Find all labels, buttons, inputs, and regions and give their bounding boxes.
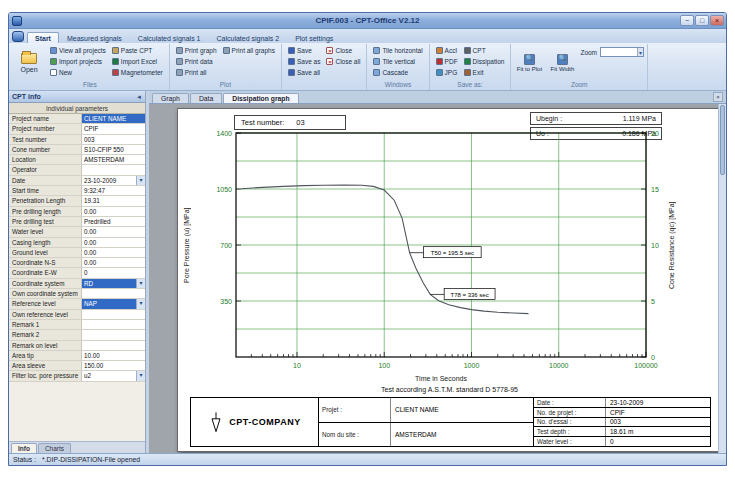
parameter-value[interactable]: 150.00 <box>81 361 145 370</box>
parameter-value[interactable]: 0.00 <box>81 248 145 257</box>
ribbon-button[interactable]: Print all graphs <box>220 45 278 56</box>
parameter-value[interactable]: u2 <box>81 371 145 380</box>
dissipation-plot: 1010010001000010000035070010501400051015… <box>196 125 702 377</box>
ubegin-value: 1.119 MPa <box>623 115 656 122</box>
vertical-scrollbar[interactable] <box>718 104 726 453</box>
document-tab[interactable]: Graph <box>152 93 189 103</box>
footer-row: Nom du site AMSTERDAM <box>319 423 533 447</box>
ribbon-tab[interactable]: Measured signals <box>59 32 130 43</box>
status-bar: Status : *.DIP-DISSIPATION-File opened <box>9 453 726 465</box>
ribbon-group-saveas: Accl PDF JPG CPT <box>430 44 512 90</box>
ribbon-button[interactable]: Cascade <box>370 67 425 78</box>
ribbon-button[interactable]: Accl <box>433 45 461 56</box>
ribbon-button[interactable]: PDF <box>433 56 461 67</box>
parameter-label: Water level <box>9 227 81 236</box>
standard-text: Test according A.S.T.M. standard D 5778-… <box>178 386 721 393</box>
ribbon-button[interactable]: Dissipation <box>461 56 508 67</box>
parameter-value[interactable]: 19.31 <box>81 196 145 205</box>
panel-tab[interactable]: Charts <box>38 443 71 453</box>
window-controls: − □ × <box>680 15 724 26</box>
ribbon-button[interactable]: Print data <box>173 56 220 67</box>
ribbon-button[interactable]: Save all <box>285 67 324 78</box>
panel-tab[interactable]: Info <box>11 443 37 453</box>
parameter-value[interactable]: S10-CFIP 550 <box>81 145 145 154</box>
svg-text:10000: 10000 <box>549 362 569 369</box>
ribbon-tab[interactable]: Plot settings <box>287 32 341 43</box>
parameter-value[interactable]: NAP <box>81 299 145 308</box>
parameter-value[interactable]: 10.00 <box>81 351 145 360</box>
ribbon-button[interactable]: Close <box>323 45 363 56</box>
parameter-value[interactable]: 9:32:47 <box>81 186 145 195</box>
fit-width-button[interactable]: Fit Width <box>547 45 577 80</box>
ribbon-button[interactable]: Magnetometer <box>109 67 166 78</box>
titlebar: CPIF.003 - CPT-Office V2.12 − □ × <box>9 13 726 29</box>
parameter-label: Remark 1 <box>9 320 81 329</box>
parameter-value[interactable]: 0.00 <box>81 227 145 236</box>
application-menu-button[interactable] <box>12 31 24 42</box>
parameter-value[interactable] <box>81 310 145 319</box>
parameter-value[interactable]: 003 <box>81 135 145 144</box>
minimize-button[interactable]: − <box>680 15 694 26</box>
parameter-value[interactable]: CLIENT NAME <box>81 114 145 123</box>
ribbon-button[interactable]: Tile horizontal <box>370 45 425 56</box>
open-button[interactable]: Open <box>14 45 44 80</box>
ribbon-tab[interactable]: Calculated signals 1 <box>130 32 209 43</box>
close-document-icon[interactable]: × <box>713 92 723 102</box>
close-button[interactable]: × <box>710 15 724 26</box>
y-axis-title-left: Pore Pressure (u) [MPa] <box>181 133 193 357</box>
parameter-label: Coordinate E-W <box>9 268 81 277</box>
ribbon-button[interactable]: Exit <box>461 67 508 78</box>
ribbon-button[interactable]: Import Excel <box>109 56 166 67</box>
document-tab[interactable]: Data <box>190 93 222 103</box>
parameter-value[interactable] <box>81 289 145 298</box>
parameter-value[interactable]: 0.00 <box>81 258 145 267</box>
parameter-row: Reference level NAP <box>9 299 145 309</box>
parameter-value[interactable]: RD <box>81 279 145 288</box>
footer-value: 0 <box>606 438 710 445</box>
ribbon-button[interactable]: Paste CPT <box>109 45 166 56</box>
parameter-value[interactable]: CPIF <box>81 124 145 133</box>
footer-value: 23-10-2009 <box>606 399 710 406</box>
ribbon-button[interactable]: Print graph <box>173 45 220 56</box>
parameter-value[interactable]: 23-10-2009 <box>81 176 145 185</box>
ribbon-button[interactable]: JPG <box>433 67 461 78</box>
ribbon-button-label: Close all <box>335 58 360 65</box>
parameter-value[interactable] <box>81 165 145 174</box>
ribbon-button[interactable]: Save as <box>285 56 324 67</box>
svg-text:15: 15 <box>651 186 659 193</box>
ribbon-button[interactable]: Close all <box>323 56 363 67</box>
panel-filler <box>9 382 145 441</box>
open-button-label: Open <box>20 66 37 73</box>
parameter-value[interactable] <box>81 320 145 329</box>
parameter-row: Area tip 10.00 <box>9 351 145 361</box>
ribbon-button[interactable]: Save <box>285 45 324 56</box>
ribbon-button[interactable]: Print all <box>173 67 220 78</box>
ribbon-button[interactable]: CPT <box>461 45 508 56</box>
parameter-label: Coordinate system <box>9 279 81 288</box>
maximize-button[interactable]: □ <box>695 15 709 26</box>
parameter-value[interactable] <box>81 341 145 350</box>
ribbon-button-label: Save all <box>297 69 320 76</box>
ribbon-tab[interactable]: Start <box>27 32 59 43</box>
parameter-value[interactable]: 0.00 <box>81 238 145 247</box>
svg-text:T78 = 336 sec: T78 = 336 sec <box>451 292 489 298</box>
scrollbar-thumb[interactable] <box>720 105 725 175</box>
svg-text:20: 20 <box>651 130 659 137</box>
collapse-panel-icon[interactable]: ◄ <box>136 94 142 100</box>
footer-value: 18.61 m <box>606 428 710 435</box>
parameter-value[interactable]: AMSTERDAM <box>81 155 145 164</box>
ribbon-button[interactable]: Import projects <box>47 56 109 67</box>
zoom-combobox[interactable]: ▾ <box>600 47 644 57</box>
parameter-value[interactable] <box>81 330 145 339</box>
document-tab[interactable]: Dissipation graph <box>223 93 298 103</box>
ribbon-button[interactable]: New <box>47 67 109 78</box>
chevron-down-icon[interactable]: ▾ <box>637 48 643 56</box>
ribbon-button-label: Print graph <box>185 47 217 54</box>
parameter-value[interactable]: 0.00 <box>81 207 145 216</box>
ribbon-button[interactable]: Tile vertical <box>370 56 425 67</box>
parameter-value[interactable]: Predrilled <box>81 217 145 226</box>
parameter-value[interactable]: 0 <box>81 268 145 277</box>
ribbon-button[interactable]: View all projects <box>47 45 109 56</box>
fit-to-plot-button[interactable]: Fit to Plot <box>514 45 544 80</box>
ribbon-tab[interactable]: Calculated signals 2 <box>208 32 287 43</box>
